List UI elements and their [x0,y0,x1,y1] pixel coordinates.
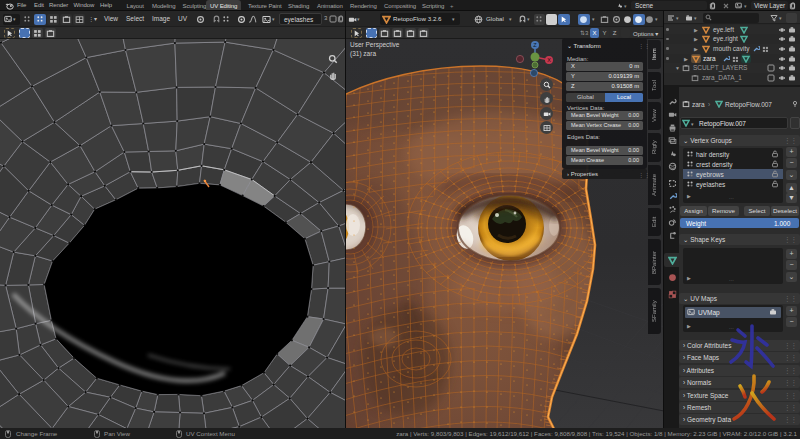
svg-text:X: X [547,57,551,63]
